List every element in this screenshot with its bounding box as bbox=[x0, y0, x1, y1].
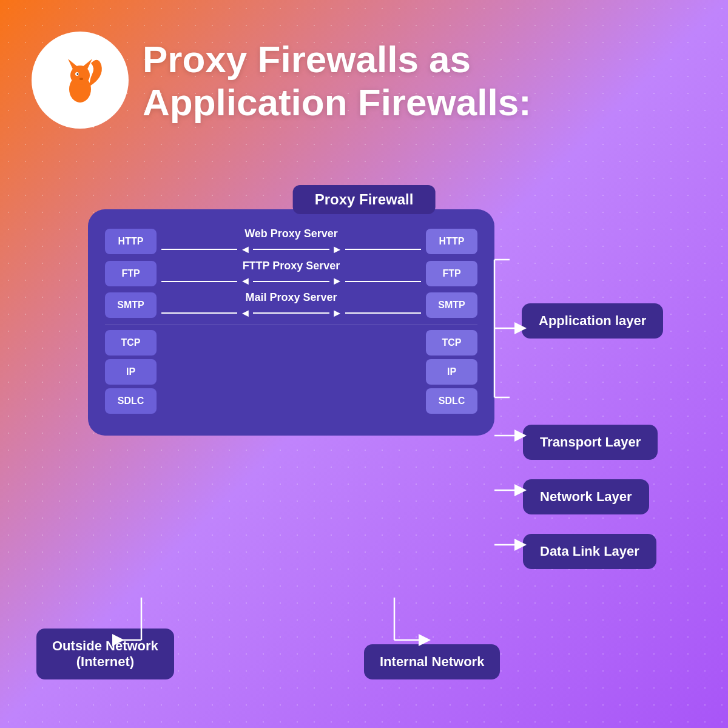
transport-layer-box: Transport Layer bbox=[523, 425, 658, 460]
ip-right: IP bbox=[426, 359, 477, 385]
network-layer-box: Network Layer bbox=[523, 479, 649, 514]
sdlc-right: SDLC bbox=[426, 388, 477, 414]
squirrel-icon bbox=[50, 50, 110, 110]
application-layer-box: Application layer bbox=[522, 303, 663, 339]
divider bbox=[105, 325, 477, 325]
ftp-left: FTP bbox=[105, 261, 157, 286]
sdlc-left: SDLC bbox=[105, 388, 157, 414]
outside-network-box: Outside Network (Internet) bbox=[36, 629, 174, 679]
firewall-box: HTTP Web Proxy Server ◄ ► HTTP FTP FTTP … bbox=[88, 209, 494, 436]
internal-network-box: Internal Network bbox=[364, 644, 500, 679]
data-link-layer-box: Data Link Layer bbox=[523, 534, 656, 569]
page-title: Proxy Firewalls as Application Firewalls… bbox=[143, 38, 531, 124]
canvas: Proxy Firewalls as Application Firewalls… bbox=[0, 0, 728, 728]
tcp-right: TCP bbox=[426, 330, 477, 356]
mail-proxy-label: Mail Proxy Server bbox=[245, 291, 337, 305]
proxy-firewall-label: Proxy Firewall bbox=[293, 185, 436, 214]
svg-point-5 bbox=[77, 73, 79, 75]
http-right: HTTP bbox=[426, 229, 477, 254]
ftp-right: FTP bbox=[426, 261, 477, 286]
ftp-proxy-label: FTTP Proxy Server bbox=[243, 260, 340, 273]
web-proxy-label: Web Proxy Server bbox=[244, 228, 338, 241]
http-left: HTTP bbox=[105, 229, 157, 254]
svg-point-6 bbox=[79, 78, 83, 80]
ip-left: IP bbox=[105, 359, 157, 385]
smtp-right: SMTP bbox=[426, 292, 477, 318]
tcp-left: TCP bbox=[105, 330, 157, 356]
smtp-left: SMTP bbox=[105, 292, 157, 318]
logo-circle bbox=[32, 32, 129, 129]
